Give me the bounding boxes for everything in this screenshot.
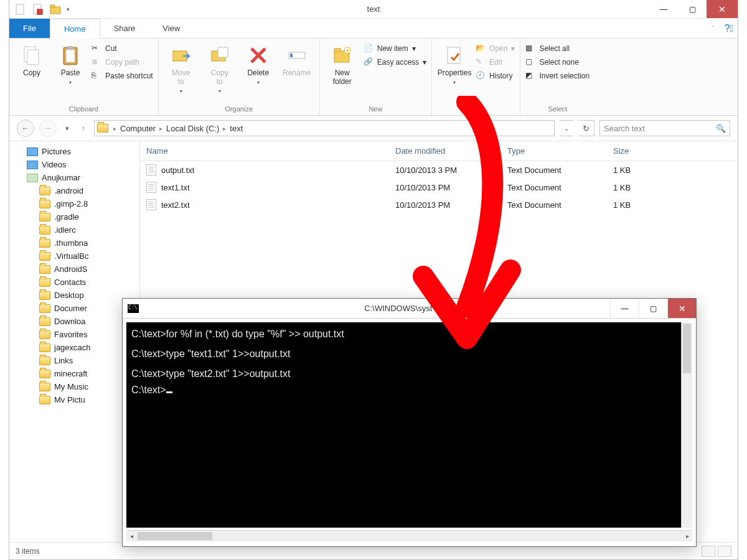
back-button[interactable]: ←: [17, 119, 34, 137]
folder-icon: [39, 200, 50, 208]
move-to-button[interactable]: Move to▾: [164, 42, 199, 94]
cmd-output[interactable]: C:\text>for %f in (*.txt) do type "%f" >…: [126, 322, 692, 528]
file-type: Text Document: [501, 197, 607, 213]
tab-share[interactable]: Share: [100, 19, 149, 38]
breadcrumb-seg[interactable]: Computer: [118, 124, 158, 133]
cmd-scrollbar-horizontal[interactable]: ◂ ▸: [126, 530, 692, 541]
copy-path-button[interactable]: ≣Copy path: [92, 57, 153, 67]
file-date: 10/10/2013 PM: [389, 197, 501, 213]
select-none-button[interactable]: ▢Select none: [525, 57, 590, 67]
tree-item[interactable]: .gradle: [9, 210, 139, 223]
navigation-row: ← → ▾ ↑ ▸ Computer▸ Local Disk (C:)▸ tex…: [9, 116, 738, 141]
table-row[interactable]: text2.txt10/10/2013 PMText Document1 KB: [140, 196, 738, 213]
tree-item[interactable]: .VirtualBc: [9, 250, 139, 263]
select-all-button[interactable]: ▦Select all: [525, 44, 590, 54]
new-item-button[interactable]: 📄New item ▾: [364, 44, 426, 54]
folder-icon: [39, 187, 50, 195]
ribbon: Copy Paste ▾ ✂Cut ≣Copy path ⎘Paste shor…: [9, 39, 738, 116]
forward-button[interactable]: →: [39, 119, 57, 137]
thumb-view-button[interactable]: [718, 546, 731, 557]
tree-item-label: .VirtualBc: [54, 251, 88, 261]
file-type: Text Document: [501, 180, 607, 195]
tree-item[interactable]: AndroidS: [9, 263, 139, 276]
table-row[interactable]: text1.txt10/10/2013 PMText Document1 KB: [140, 179, 738, 196]
folder-icon: [39, 383, 50, 391]
tree-item[interactable]: Documer: [9, 302, 139, 315]
tree-item[interactable]: Desktop: [9, 289, 139, 302]
tree-item[interactable]: .thumbna: [9, 236, 139, 250]
cmd-line: C:\text>type "text2.txt" 1>>output.txt: [131, 366, 687, 382]
tree-item[interactable]: Pictures: [9, 145, 139, 158]
folder-icon: [39, 330, 50, 339]
col-type[interactable]: Type: [501, 141, 607, 161]
copy-to-icon: [209, 45, 230, 66]
table-row[interactable]: output.txt10/10/2013 3 PMText Document1 …: [140, 161, 738, 179]
breadcrumb-seg[interactable]: Local Disk (C:): [164, 124, 222, 133]
col-name[interactable]: Name: [140, 141, 389, 161]
cmd-titlebar: C:\WINDOWS\syst d.exe — ▢ ✕: [123, 299, 696, 319]
invert-selection-button[interactable]: ◩Invert selection: [525, 71, 590, 81]
properties-button[interactable]: Properties▾: [437, 42, 472, 85]
copy-to-button[interactable]: Copy to▾: [202, 42, 237, 94]
tree-item[interactable]: .gimp-2.8: [9, 197, 139, 210]
folder-icon: [39, 343, 50, 352]
new-folder-button[interactable]: ✦New folder: [325, 42, 360, 86]
breadcrumb-seg[interactable]: text: [227, 124, 245, 133]
scroll-thumb[interactable]: [138, 532, 212, 540]
rename-button[interactable]: Rename: [280, 42, 314, 77]
delete-button[interactable]: Delete▾: [241, 42, 276, 85]
address-bar[interactable]: ▸ Computer▸ Local Disk (C:)▸ text: [94, 120, 555, 136]
up-button[interactable]: ↑: [78, 119, 89, 137]
folder-icon: [39, 304, 50, 313]
column-headers[interactable]: Name Date modified Type Size: [140, 141, 738, 161]
tab-home[interactable]: Home: [50, 19, 100, 39]
tree-item[interactable]: Favorites: [9, 328, 139, 341]
col-date[interactable]: Date modified: [389, 141, 501, 161]
edit-button[interactable]: ✎Edit: [476, 57, 515, 67]
group-label: New: [320, 104, 431, 115]
cut-button[interactable]: ✂Cut: [92, 44, 153, 54]
window-title: text: [9, 4, 738, 14]
copy-button[interactable]: Copy: [14, 42, 49, 77]
tree-item[interactable]: Mv Pictu: [9, 393, 139, 406]
history-button[interactable]: 🕘History: [476, 71, 515, 81]
tree-item[interactable]: Downloa: [9, 315, 139, 328]
details-view-button[interactable]: [702, 546, 715, 557]
tree-item[interactable]: Anujkumar: [9, 171, 139, 184]
file-type: Text Document: [501, 162, 607, 178]
search-input[interactable]: Search text 🔍: [599, 120, 730, 136]
new-folder-icon: ✦: [332, 45, 353, 66]
tree-item[interactable]: .android: [9, 184, 139, 197]
col-size[interactable]: Size: [607, 141, 682, 161]
tree-item-label: Videos: [42, 160, 67, 169]
group-select: ▦Select all ▢Select none ◩Invert selecti…: [520, 39, 594, 115]
tree-item-label: Downloa: [54, 317, 86, 326]
tab-view[interactable]: View: [149, 19, 194, 38]
refresh-button[interactable]: ↻: [578, 120, 594, 136]
scroll-left-icon[interactable]: ◂: [126, 531, 136, 541]
tab-file[interactable]: File: [9, 19, 50, 38]
chevron-up-icon[interactable]: ˆ: [705, 19, 720, 38]
cmd-scrollbar-vertical[interactable]: [681, 322, 692, 528]
tree-item-label: .android: [54, 186, 83, 195]
command-prompt-window: C:\WINDOWS\syst d.exe — ▢ ✕ C:\text>for …: [122, 298, 697, 547]
open-button[interactable]: 📂Open ▾: [476, 44, 515, 54]
file-size: 1 KB: [607, 180, 682, 195]
tree-item[interactable]: Videos: [9, 158, 139, 171]
library-icon: [27, 147, 38, 156]
tree-item[interactable]: Links: [9, 354, 139, 367]
tree-item[interactable]: .idlerc: [9, 223, 139, 236]
help-icon[interactable]: ?⃝: [720, 19, 738, 38]
scroll-right-icon[interactable]: ▸: [682, 531, 692, 541]
recent-button[interactable]: ▾: [62, 119, 73, 137]
nav-tree[interactable]: PicturesVideosAnujkumar.android.gimp-2.8…: [9, 141, 140, 542]
paste-shortcut-button[interactable]: ⎘Paste shortcut: [92, 71, 153, 81]
tree-item[interactable]: jagexcach: [9, 341, 139, 354]
address-dropdown[interactable]: ⌄: [560, 120, 573, 136]
paste-button[interactable]: Paste ▾: [53, 42, 88, 85]
tree-item[interactable]: Contacts: [9, 276, 139, 289]
scroll-thumb[interactable]: [683, 324, 691, 373]
easy-access-button[interactable]: 🔗Easy access ▾: [364, 57, 426, 67]
tree-item[interactable]: My Music: [9, 380, 139, 393]
tree-item[interactable]: minecraft: [9, 367, 139, 380]
